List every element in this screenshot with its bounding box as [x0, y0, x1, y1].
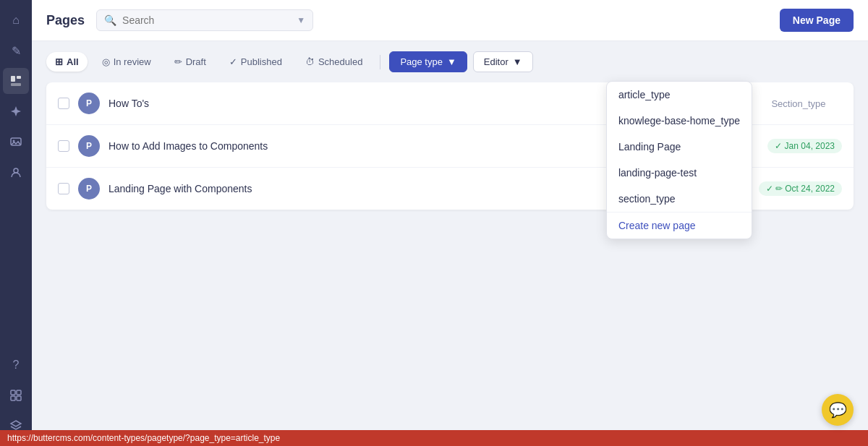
scheduled-icon: ⏱ [305, 56, 315, 67]
status-badge: ✓ Jan 04, 2023 [767, 139, 842, 153]
main-content: Pages 🔍 ▼ New Page ⊞ All ◎ In review ✏ D… [32, 0, 868, 446]
svg-point-3 [14, 109, 18, 113]
settings-icon[interactable] [3, 382, 29, 408]
avatar: P [78, 178, 100, 200]
avatar: P [78, 93, 100, 114]
row-checkbox[interactable] [58, 98, 69, 109]
chat-icon: 💬 [829, 401, 847, 419]
svg-point-6 [14, 168, 18, 173]
new-page-button[interactable]: New Page [780, 9, 854, 32]
status-bar: https://buttercms.com/content-types/page… [0, 430, 868, 446]
editor-dropdown[interactable]: Editor ▼ [473, 51, 533, 72]
filter-in-review[interactable]: ◎ In review [93, 52, 160, 72]
sidebar: ⌂ ✎ ? [0, 0, 32, 446]
dropdown-item-knowledge-base[interactable]: knowlege-base-home_type [607, 108, 752, 134]
media-icon[interactable] [3, 129, 29, 155]
editor-chevron-icon: ▼ [513, 56, 522, 67]
all-icon: ⊞ [55, 56, 63, 67]
filter-scheduled-label: Scheduled [318, 56, 362, 67]
page-type-chevron-icon: ▼ [447, 56, 456, 67]
published-icon: ✓ [229, 56, 237, 67]
row-title: Landing Page with Components [109, 183, 655, 194]
search-icon: 🔍 [104, 14, 116, 26]
page-title: Pages [46, 13, 85, 28]
status-badge: ✓ ✏ Oct 24, 2022 [759, 181, 842, 196]
chat-button[interactable]: 💬 [822, 394, 854, 426]
filter-draft-label: Draft [186, 56, 206, 67]
filter-divider [380, 55, 380, 69]
filter-all[interactable]: ⊞ All [46, 52, 88, 72]
search-chevron-icon[interactable]: ▼ [297, 15, 305, 25]
row-checkbox[interactable] [58, 140, 69, 152]
in-review-icon: ◎ [102, 56, 110, 67]
editor-label: Editor [484, 56, 509, 67]
row-checkbox[interactable] [58, 183, 69, 194]
page-type-dropdown[interactable]: Page type ▼ [389, 51, 467, 72]
svg-rect-9 [11, 396, 15, 400]
page-type-dropdown-menu: article_type knowlege-base-home_type Lan… [606, 81, 752, 239]
search-input[interactable] [122, 14, 291, 26]
draft-icon: ✏ [174, 56, 182, 67]
home-icon[interactable]: ⌂ [3, 7, 29, 33]
topbar: Pages 🔍 ▼ New Page [32, 0, 868, 41]
filter-published[interactable]: ✓ Published [221, 52, 291, 72]
avatar: P [78, 135, 100, 157]
filterbar: ⊞ All ◎ In review ✏ Draft ✓ Published ⏱ … [32, 41, 868, 82]
filter-in-review-label: In review [114, 56, 151, 67]
components-icon[interactable] [3, 98, 29, 124]
svg-rect-8 [17, 390, 21, 395]
filter-published-label: Published [241, 56, 282, 67]
dropdown-item-article-type[interactable]: article_type [607, 82, 752, 108]
svg-rect-2 [11, 83, 21, 86]
page-type-label: Page type [400, 56, 443, 67]
filter-scheduled[interactable]: ⏱ Scheduled [297, 52, 371, 72]
dropdown-item-landing-page[interactable]: Landing Page [607, 134, 752, 160]
status-url: https://buttercms.com/content-types/page… [7, 433, 280, 443]
dropdown-item-landing-page-test[interactable]: landing-page-test [607, 160, 752, 186]
row-title: How to Add Images to Components [109, 140, 663, 152]
search-wrapper: 🔍 ▼ [96, 9, 313, 31]
blog-icon[interactable]: ✎ [3, 38, 29, 64]
pages-icon[interactable] [3, 68, 29, 94]
filter-draft[interactable]: ✏ Draft [166, 52, 215, 72]
dropdown-item-section-type[interactable]: section_type [607, 186, 752, 212]
svg-rect-10 [17, 396, 21, 400]
svg-rect-0 [11, 76, 15, 82]
filter-all-label: All [67, 56, 79, 67]
create-new-page-item[interactable]: Create new page [607, 212, 752, 239]
row-type: Section_type [755, 98, 842, 109]
svg-rect-7 [11, 390, 15, 395]
svg-rect-1 [17, 76, 21, 79]
help-icon[interactable]: ? [3, 352, 29, 378]
users-icon[interactable] [3, 159, 29, 185]
